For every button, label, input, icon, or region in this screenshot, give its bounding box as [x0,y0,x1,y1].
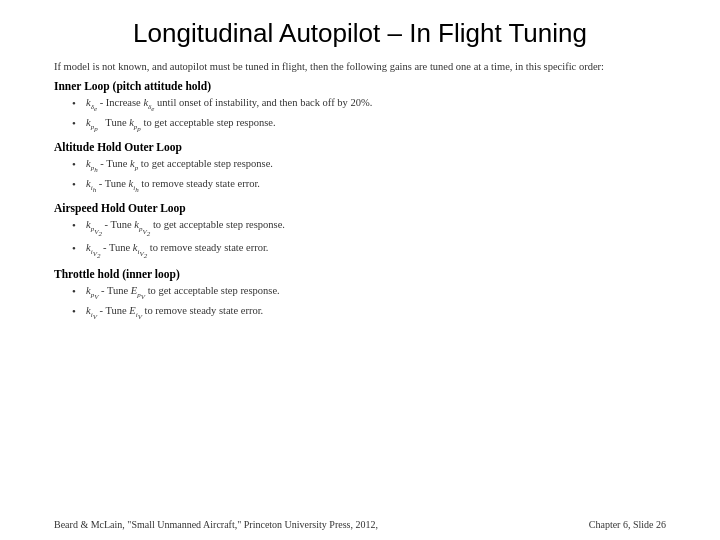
list-item: kih - Tune kih to remove steady state er… [72,176,666,196]
section-inner-loop: Inner Loop (pitch attitude hold) kδe - I… [54,80,666,135]
list-item: kpV2 - Tune kpV2 to get acceptable step … [72,217,666,239]
list-item: kpV - Tune EpV to get acceptable step re… [72,283,666,303]
footer-chapter: Chapter 6, Slide 26 [589,519,666,530]
list-item: kiV2 - Tune kiV2 to remove steady state … [72,240,666,262]
section-airspeed-hold: Airspeed Hold Outer Loop kpV2 - Tune kpV… [54,202,666,262]
section-altitude-hold: Altitude Hold Outer Loop kph - Tune kp t… [54,141,666,196]
section-header-1: Inner Loop (pitch attitude hold) [54,80,666,92]
section-header-2: Altitude Hold Outer Loop [54,141,666,153]
footer: Beard & McLain, "Small Unmanned Aircraft… [0,519,720,530]
bullet-list-4: kpV - Tune EpV to get acceptable step re… [54,283,666,323]
list-item: kph - Tune kp to get acceptable step res… [72,156,666,176]
list-item: kiV - Tune EiV to remove steady state er… [72,303,666,323]
section-header-4: Throttle hold (inner loop) [54,268,666,280]
bullet-list-1: kδe - Increase kδe until onset of instab… [54,95,666,135]
bullet-list-2: kph - Tune kp to get acceptable step res… [54,156,666,196]
section-header-3: Airspeed Hold Outer Loop [54,202,666,214]
back-text: back [300,97,320,108]
beard-text: Beard & McLain, "Small Unmanned Aircraft… [54,519,378,530]
list-item: kδe - Increase kδe until onset of instab… [72,95,666,115]
page-title: Longitudinal Autopilot – In Flight Tunin… [54,18,666,49]
bullet-list-3: kpV2 - Tune kpV2 to get acceptable step … [54,217,666,262]
intro-paragraph: If model is not known, and autopilot mus… [54,59,666,74]
footer-citation: Beard & McLain, "Small Unmanned Aircraft… [54,519,378,530]
page: Longitudinal Autopilot – In Flight Tunin… [0,0,720,540]
section-throttle-hold: Throttle hold (inner loop) kpV - Tune Ep… [54,268,666,323]
list-item: kpp Tune kpp to get acceptable step resp… [72,115,666,135]
